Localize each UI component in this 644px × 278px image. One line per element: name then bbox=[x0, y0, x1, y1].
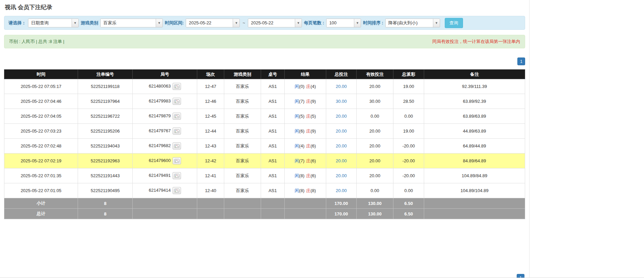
cell-payout: -20.00 bbox=[393, 168, 424, 183]
query-type-select[interactable]: ▼ bbox=[28, 19, 79, 27]
roadmap-icon[interactable] bbox=[173, 172, 181, 179]
cell-time: 2025-05-22 07:03:23 bbox=[4, 124, 78, 139]
roadmap-icon[interactable] bbox=[173, 157, 181, 164]
header-remark: 备注 bbox=[424, 70, 525, 79]
date-range-tilde: ~ bbox=[242, 20, 246, 25]
date-from-picker[interactable]: ▼ bbox=[186, 19, 240, 27]
date-to-picker[interactable]: ▼ bbox=[248, 19, 302, 27]
cell-payout: -20.00 bbox=[393, 139, 424, 154]
game-type-input[interactable] bbox=[101, 19, 156, 27]
total-bet-link[interactable]: 30.00 bbox=[336, 99, 347, 104]
cell-bet-id: 522521195206 bbox=[78, 124, 133, 139]
cell-remark: 63.89/63.89 bbox=[424, 109, 525, 124]
cell-remark: 104.89/104.89 bbox=[424, 183, 525, 198]
date-from-input[interactable] bbox=[186, 19, 233, 27]
cell-round: 621479983 bbox=[133, 94, 197, 109]
round-number: 621479600 bbox=[149, 158, 171, 163]
total-label: 总计 bbox=[4, 209, 78, 219]
result-player: 闲 bbox=[295, 114, 299, 119]
header-valid-bet: 有效投注 bbox=[357, 70, 393, 79]
result-banker: 庄 bbox=[306, 99, 311, 104]
game-type-select[interactable]: ▼ bbox=[100, 19, 163, 27]
result-banker-score: (4) bbox=[311, 84, 316, 89]
cell-bet-id: 522521199118 bbox=[78, 79, 133, 94]
round-number: 621480063 bbox=[149, 84, 171, 89]
table-footer: 小计 8 170.00 130.00 6.50 总计 8 17 bbox=[4, 198, 525, 219]
table-row: 2025-05-22 07:02:19 522521192963 6214796… bbox=[4, 154, 525, 168]
sort-select[interactable]: ▼ bbox=[385, 19, 440, 27]
cell-result: 闲(0)庄(4) bbox=[285, 79, 326, 94]
page-size-input[interactable] bbox=[327, 19, 354, 27]
total-payout: 6.50 bbox=[393, 209, 424, 219]
chevron-down-icon[interactable]: ▼ bbox=[433, 19, 440, 27]
cell-table: AS1 bbox=[261, 79, 285, 94]
filter-bar: 请选择： ▼ 游戏类别 ▼ 时间区间: ▼ ~ ▼ 每页笔数 : ▼ 时间排序 … bbox=[4, 16, 525, 30]
cell-table: AS1 bbox=[261, 94, 285, 109]
page-size-select[interactable]: ▼ bbox=[326, 19, 361, 27]
page-1-button[interactable]: 1 bbox=[517, 57, 525, 65]
cell-table: AS1 bbox=[261, 109, 285, 124]
cell-result: 闲(7)庄(6) bbox=[285, 154, 326, 168]
cell-session: 12-42 bbox=[197, 154, 224, 168]
cell-remark: 64.89/44.89 bbox=[424, 139, 525, 154]
header-bet-id: 注单编号 bbox=[78, 70, 133, 79]
table-row: 2025-05-22 07:04:05 522521196722 6214798… bbox=[4, 109, 525, 124]
total-bet-link[interactable]: 20.00 bbox=[336, 129, 347, 134]
table-row: 2025-05-22 07:02:48 522521194043 6214796… bbox=[4, 139, 525, 154]
cell-game-type: 百家乐 bbox=[224, 139, 261, 154]
roadmap-icon[interactable] bbox=[173, 187, 181, 194]
query-type-input[interactable] bbox=[28, 19, 72, 27]
roadmap-icon[interactable] bbox=[173, 142, 181, 149]
cell-table: AS1 bbox=[261, 168, 285, 183]
table-row: 2025-05-22 07:01:05 522521190495 6214794… bbox=[4, 183, 525, 198]
total-bet-link[interactable]: 20.00 bbox=[336, 158, 347, 163]
cell-valid-bet: 0.00 bbox=[357, 109, 393, 124]
page-size-label: 每页笔数 : bbox=[304, 20, 324, 26]
result-player-score: (0) bbox=[299, 84, 305, 89]
cell-payout: 0.00 bbox=[393, 183, 424, 198]
roadmap-icon[interactable] bbox=[173, 113, 181, 120]
result-player: 闲 bbox=[295, 173, 299, 178]
result-banker: 庄 bbox=[306, 188, 311, 193]
chevron-down-icon[interactable]: ▼ bbox=[156, 19, 162, 27]
total-total-bet: 170.00 bbox=[326, 209, 357, 219]
result-banker-score: (6) bbox=[311, 143, 316, 148]
result-player: 闲 bbox=[295, 84, 299, 89]
sort-label: 时间排序 : bbox=[363, 20, 383, 26]
cell-session: 12-43 bbox=[197, 139, 224, 154]
cell-remark: 84.89/64.89 bbox=[424, 154, 525, 168]
total-count: 8 bbox=[78, 209, 133, 219]
subtotal-row: 小计 8 170.00 130.00 6.50 bbox=[4, 198, 525, 209]
cell-time: 2025-05-22 07:01:35 bbox=[4, 168, 78, 183]
total-bet-link[interactable]: 20.00 bbox=[336, 114, 347, 119]
chevron-down-icon[interactable]: ▼ bbox=[295, 19, 302, 27]
cell-result: 闲(8)庄(8) bbox=[285, 183, 326, 198]
query-button[interactable]: 查询 bbox=[445, 18, 463, 28]
date-to-input[interactable] bbox=[248, 19, 295, 27]
cell-bet-id: 522521196722 bbox=[78, 109, 133, 124]
total-bet-link[interactable]: 20.00 bbox=[336, 188, 347, 193]
cell-game-type: 百家乐 bbox=[224, 168, 261, 183]
cell-time: 2025-05-22 07:02:19 bbox=[4, 154, 78, 168]
round-number: 621479682 bbox=[149, 143, 171, 148]
chevron-down-icon[interactable]: ▼ bbox=[72, 19, 78, 27]
result-banker: 庄 bbox=[306, 143, 311, 148]
total-bet-link[interactable]: 20.00 bbox=[336, 173, 347, 178]
roadmap-icon[interactable] bbox=[173, 83, 181, 90]
chevron-down-icon[interactable]: ▼ bbox=[354, 19, 361, 27]
total-bet-link[interactable]: 20.00 bbox=[336, 84, 347, 89]
roadmap-icon[interactable] bbox=[173, 128, 181, 135]
cell-time: 2025-05-22 07:02:48 bbox=[4, 139, 78, 154]
header-round: 局号 bbox=[133, 70, 197, 79]
total-bet-link[interactable]: 20.00 bbox=[336, 143, 347, 148]
result-player-score: (8) bbox=[299, 188, 305, 193]
chevron-down-icon[interactable]: ▼ bbox=[233, 19, 239, 27]
cell-valid-bet: 20.00 bbox=[357, 168, 393, 183]
bottom-divider bbox=[0, 277, 644, 278]
cell-total-bet: 20.00 bbox=[326, 183, 357, 198]
roadmap-icon[interactable] bbox=[173, 98, 181, 105]
cell-result: 闲(4)庄(6) bbox=[285, 139, 326, 154]
cell-game-type: 百家乐 bbox=[224, 94, 261, 109]
cell-table: AS1 bbox=[261, 124, 285, 139]
sort-input[interactable] bbox=[386, 19, 433, 27]
